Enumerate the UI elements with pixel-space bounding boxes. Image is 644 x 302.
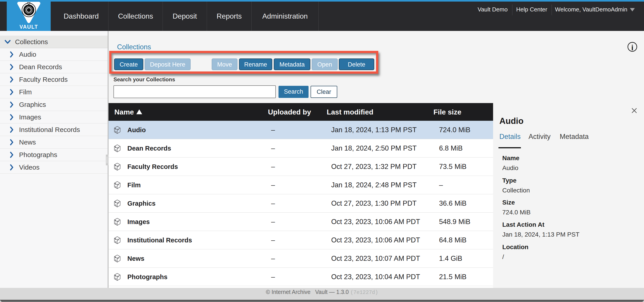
svg-text:VAULT: VAULT bbox=[20, 24, 38, 30]
svg-text:i: i bbox=[631, 43, 633, 52]
